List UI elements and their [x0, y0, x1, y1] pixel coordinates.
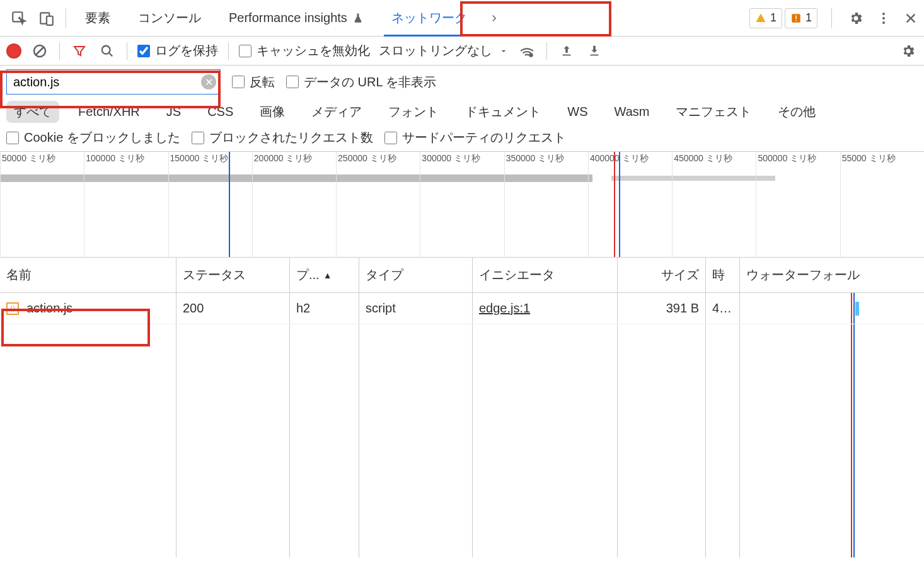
- preserve-log-checkbox[interactable]: ログを保持: [137, 42, 218, 59]
- col-size[interactable]: サイズ: [618, 258, 706, 292]
- filter-type-media[interactable]: メディア: [304, 101, 369, 123]
- flask-icon: [352, 13, 364, 24]
- filter-type-ws[interactable]: WS: [560, 102, 595, 122]
- timeline-overview[interactable]: 50000 ミリ秒100000 ミリ秒150000 ミリ秒200000 ミリ秒2…: [0, 152, 924, 258]
- svg-rect-4: [795, 15, 797, 19]
- filter-input[interactable]: [13, 75, 197, 89]
- empty-rows: [0, 324, 924, 557]
- request-table-header: 名前 ステータス プ... ▲ タイプ イニシエータ サイズ 時 ウォーターフォ…: [0, 258, 924, 293]
- clear-filter-icon[interactable]: ✕: [201, 74, 216, 89]
- col-type[interactable]: タイプ: [359, 258, 473, 292]
- invert-checkbox[interactable]: 反転: [232, 74, 275, 91]
- col-initiator[interactable]: イニシエータ: [473, 258, 618, 292]
- cell-waterfall: [740, 293, 924, 324]
- svg-point-6: [882, 13, 885, 15]
- preserve-log-label: ログを保持: [155, 42, 218, 59]
- filter-bar: ✕ 反転 データの URL を非表示 すべて Fetch/XHR JS CSS …: [0, 66, 924, 152]
- inspect-element-icon[interactable]: [6, 6, 32, 31]
- upload-har-icon[interactable]: [557, 42, 576, 60]
- filter-type-manifest[interactable]: マニフェスト: [668, 101, 759, 123]
- network-settings-icon[interactable]: [899, 42, 918, 60]
- initiator-link[interactable]: edge.js:1: [479, 301, 530, 316]
- blocked-requests-input[interactable]: [192, 132, 204, 144]
- filter-icon[interactable]: [70, 42, 89, 60]
- hide-data-urls-input[interactable]: [286, 76, 299, 88]
- svg-rect-13: [591, 54, 599, 55]
- col-waterfall[interactable]: ウォーターフォール: [740, 258, 924, 292]
- filter-type-js[interactable]: JS: [159, 102, 188, 122]
- kebab-menu-icon[interactable]: [876, 11, 891, 26]
- col-status[interactable]: ステータス: [176, 258, 290, 292]
- svg-rect-2: [47, 16, 53, 25]
- invert-label: 反転: [250, 74, 275, 91]
- more-tabs-icon[interactable]: [482, 13, 506, 24]
- cell-name: ⟨⟩ action.js: [0, 293, 176, 324]
- svg-point-11: [529, 53, 533, 57]
- download-har-icon[interactable]: [585, 42, 604, 60]
- issues-badge[interactable]: 1: [785, 8, 817, 28]
- device-toolbar-icon[interactable]: [34, 6, 59, 31]
- disable-cache-label: キャッシュを無効化: [257, 42, 370, 59]
- issues-count: 1: [806, 11, 812, 25]
- blocked-cookies-checkbox[interactable]: Cookie をブロックしました: [6, 129, 180, 146]
- clear-icon[interactable]: [30, 42, 49, 60]
- blocked-requests-checkbox[interactable]: ブロックされたリクエスト数: [192, 129, 373, 146]
- divider: [546, 42, 547, 60]
- filter-type-font[interactable]: フォント: [381, 101, 446, 123]
- filter-type-other[interactable]: その他: [770, 101, 823, 123]
- blocked-requests-label: ブロックされたリクエスト数: [209, 129, 373, 146]
- warnings-badge[interactable]: 1: [749, 8, 782, 28]
- filter-type-css[interactable]: CSS: [200, 102, 241, 122]
- table-row[interactable]: ⟨⟩ action.js 200 h2 script edge.js:1 391…: [0, 293, 924, 324]
- tab-label: Performance insights: [229, 11, 347, 25]
- settings-icon[interactable]: [848, 11, 863, 26]
- svg-point-7: [882, 17, 885, 20]
- blocked-cookies-label: Cookie をブロックしました: [24, 129, 180, 146]
- script-file-icon: ⟨⟩: [6, 302, 19, 315]
- disable-cache-input[interactable]: [239, 45, 251, 57]
- filter-type-wasm[interactable]: Wasm: [607, 102, 657, 122]
- filter-type-img[interactable]: 画像: [252, 101, 292, 123]
- col-time[interactable]: 時: [706, 258, 740, 292]
- dropdown-icon: [499, 46, 509, 56]
- search-icon[interactable]: [98, 42, 117, 60]
- record-button[interactable]: [6, 43, 21, 59]
- col-protocol-label: プ...: [296, 266, 320, 283]
- divider: [831, 8, 832, 28]
- third-party-input[interactable]: [384, 132, 397, 144]
- sort-asc-icon: ▲: [323, 270, 332, 280]
- cell-type: script: [359, 293, 473, 324]
- hide-data-urls-checkbox[interactable]: データの URL を非表示: [286, 74, 436, 91]
- svg-rect-12: [563, 54, 571, 55]
- filter-type-all[interactable]: すべて: [6, 101, 59, 123]
- filter-type-fetchxhr[interactable]: Fetch/XHR: [71, 102, 147, 122]
- svg-rect-5: [795, 20, 797, 21]
- invert-input[interactable]: [232, 76, 245, 88]
- network-toolbar: ログを保持 キャッシュを無効化 スロットリングなし: [0, 37, 924, 66]
- third-party-checkbox[interactable]: サードパーティのリクエスト: [384, 129, 566, 146]
- col-protocol[interactable]: プ... ▲: [290, 258, 359, 292]
- warnings-count: 1: [770, 11, 777, 25]
- col-name[interactable]: 名前: [0, 258, 176, 292]
- network-conditions-icon[interactable]: [517, 42, 536, 60]
- filter-type-doc[interactable]: ドキュメント: [458, 101, 548, 123]
- tab-performance-insights[interactable]: Performance insights: [216, 0, 376, 37]
- divider: [66, 8, 66, 28]
- cell-status: 200: [176, 293, 290, 324]
- third-party-label: サードパーティのリクエスト: [402, 129, 566, 146]
- warning-icon: [755, 13, 766, 24]
- tab-console[interactable]: コンソール: [125, 0, 214, 37]
- throttling-label: スロットリングなし: [379, 42, 492, 59]
- cell-initiator: edge.js:1: [473, 293, 618, 324]
- preserve-log-input[interactable]: [137, 45, 150, 57]
- tab-network[interactable]: ネットワーク: [379, 0, 480, 37]
- throttling-select[interactable]: スロットリングなし: [379, 42, 509, 59]
- disable-cache-checkbox[interactable]: キャッシュを無効化: [239, 42, 370, 59]
- blocked-cookies-input[interactable]: [6, 132, 19, 144]
- request-table-body: ⟨⟩ action.js 200 h2 script edge.js:1 391…: [0, 293, 924, 557]
- tab-elements[interactable]: 要素: [72, 0, 123, 37]
- svg-point-10: [102, 45, 110, 54]
- filter-input-wrap[interactable]: ✕: [6, 69, 221, 94]
- divider: [59, 42, 60, 60]
- close-icon[interactable]: [904, 11, 918, 25]
